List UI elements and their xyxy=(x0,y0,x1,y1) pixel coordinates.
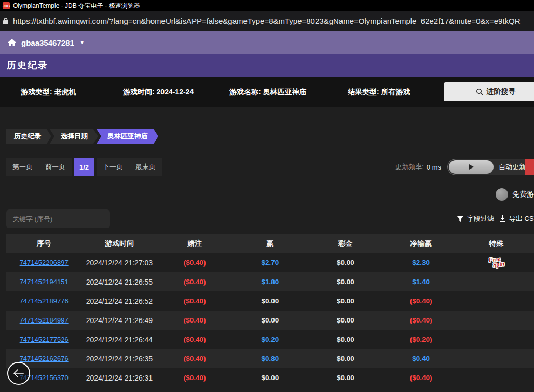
filter-game-name: 游戏名称: 奥林匹亚神庙 xyxy=(229,88,307,97)
search-input[interactable] xyxy=(6,209,110,228)
address-bar[interactable]: https://txthbf.awimqwri.com/?lang=cn&hom… xyxy=(0,11,534,31)
back-arrow-icon xyxy=(13,369,24,377)
round-id-link[interactable]: 7471452194151 xyxy=(20,278,69,286)
breadcrumb-game-name[interactable]: 奥林匹亚神庙 xyxy=(97,129,158,144)
back-button[interactable] xyxy=(7,362,30,385)
filter-label: 游戏名称: xyxy=(229,88,261,96)
search-row: 字段过滤 导出 CSV xyxy=(6,209,534,228)
export-csv-label: 导出 CSV xyxy=(509,214,534,223)
free-spin-badge: FreeSpin xyxy=(488,256,504,269)
advanced-search-button[interactable]: 进阶搜寻 xyxy=(444,82,534,101)
net-cell: ($0.40) xyxy=(383,374,458,382)
serial-cell: 7471452177526 xyxy=(6,335,81,343)
filter-game-type: 游戏类型: 老虎机 xyxy=(21,88,76,97)
refresh-rate-value: 0 ms xyxy=(427,163,441,171)
game-time-cell: 2024/12/24 21:26:55 xyxy=(81,278,157,286)
header-jackpot: 彩金 xyxy=(308,239,383,248)
bet-cell: ($0.40) xyxy=(157,297,232,305)
free-game-row: 免费游 xyxy=(0,188,534,201)
special-cell: FreeSpin xyxy=(459,257,534,268)
window-title: OlympianTemple - JDB 夺宝电子 - 极速浏览器 xyxy=(13,2,140,10)
jackpot-cell: $0.00 xyxy=(308,355,383,362)
maximize-button[interactable] xyxy=(522,0,534,11)
auto-update-toggle[interactable]: 自动更新 xyxy=(447,159,534,175)
header-game-time: 游戏时间 xyxy=(81,239,157,248)
minimize-button[interactable]: — xyxy=(504,0,522,11)
header-bet: 赌注 xyxy=(157,239,232,248)
username-dropdown[interactable]: gbaa35467281 xyxy=(21,38,74,47)
page-title-bar: 历史纪录 xyxy=(0,54,534,77)
table-row: 7471452194151 2024/12/24 21:26:55 ($0.40… xyxy=(6,272,534,291)
toggle-red-segment xyxy=(525,159,534,175)
filter-value: 奥林匹亚神庙 xyxy=(263,88,307,96)
round-id-link[interactable]: 7471452162676 xyxy=(20,355,69,362)
lock-icon xyxy=(3,17,9,25)
field-filter-button[interactable]: 字段过滤 xyxy=(457,209,494,228)
net-cell: $2.30 xyxy=(383,259,458,267)
breadcrumb: 历史纪录 选择日期 奥林匹亚神庙 xyxy=(6,129,534,144)
field-filter-label: 字段过滤 xyxy=(467,214,494,223)
refresh-rate-label: 更新频率: xyxy=(395,162,424,172)
serial-cell: 7471452206897 xyxy=(6,259,81,267)
export-csv-button[interactable]: 导出 CSV xyxy=(499,209,534,228)
first-page-button[interactable]: 第一页 xyxy=(6,158,39,176)
header-net: 净输赢 xyxy=(383,239,458,248)
toggle-knob[interactable] xyxy=(449,160,494,174)
bet-cell: ($0.40) xyxy=(157,278,232,286)
game-time-cell: 2024/12/24 21:26:31 xyxy=(81,374,157,382)
advanced-search-label: 进阶搜寻 xyxy=(487,87,516,96)
win-cell: $1.80 xyxy=(232,278,308,286)
jackpot-cell: $0.00 xyxy=(308,297,383,305)
net-cell: ($0.40) xyxy=(383,316,458,324)
round-id-link[interactable]: 7471452177526 xyxy=(20,335,69,343)
filter-game-time: 游戏时间: 2024-12-24 xyxy=(123,88,194,97)
play-icon xyxy=(469,164,474,170)
round-id-link[interactable]: 7471452206897 xyxy=(20,259,69,267)
round-id-link[interactable]: 7471452189776 xyxy=(20,297,69,305)
filter-bar: 游戏类型: 老虎机 游戏时间: 2024-12-24 游戏名称: 奥林匹亚神庙 … xyxy=(0,77,534,107)
header-serial: 序号 xyxy=(6,239,81,248)
net-cell: $1.40 xyxy=(383,278,458,286)
history-table-header: 序号 游戏时间 赌注 赢 彩金 净输赢 特殊 xyxy=(6,234,534,253)
bet-cell: ($0.40) xyxy=(157,374,232,382)
free-game-label: 免费游 xyxy=(512,190,534,199)
bet-cell: ($0.40) xyxy=(157,259,232,267)
user-bar: gbaa35467281 ▼ xyxy=(0,31,534,54)
net-cell: ($0.20) xyxy=(383,335,458,343)
url-text[interactable]: https://txthbf.awimqwri.com/?lang=cn&hom… xyxy=(13,17,521,25)
home-icon[interactable] xyxy=(7,38,17,47)
game-time-cell: 2024/12/24 21:27:03 xyxy=(81,259,157,267)
win-cell: $0.80 xyxy=(232,355,308,362)
table-row: 7471452177526 2024/12/24 21:26:44 ($0.40… xyxy=(6,330,534,349)
free-game-toggle[interactable] xyxy=(496,188,508,201)
net-cell: ($0.40) xyxy=(383,297,458,305)
jackpot-cell: $0.00 xyxy=(308,374,383,382)
bet-cell: ($0.40) xyxy=(157,355,232,362)
jdb-favicon-icon: JDB xyxy=(3,2,10,9)
serial-cell: 7471452162676 xyxy=(6,355,81,362)
win-cell: $2.70 xyxy=(232,259,308,267)
jackpot-cell: $0.00 xyxy=(308,259,383,267)
round-id-link[interactable]: 7471452184997 xyxy=(20,316,69,324)
last-page-button[interactable]: 最末页 xyxy=(129,158,162,176)
prev-page-button[interactable]: 前一页 xyxy=(39,158,72,176)
win-cell: $0.00 xyxy=(232,297,308,305)
funnel-icon xyxy=(457,216,464,222)
jackpot-cell: $0.00 xyxy=(308,278,383,286)
game-time-cell: 2024/12/24 21:26:52 xyxy=(81,297,157,305)
current-page-indicator[interactable]: 1/2 xyxy=(74,158,94,176)
header-win: 赢 xyxy=(232,239,308,248)
chevron-down-icon[interactable]: ▼ xyxy=(80,40,85,45)
next-page-button[interactable]: 下一页 xyxy=(97,158,129,176)
header-special: 特殊 xyxy=(459,239,534,248)
table-row: 7471452156370 2024/12/24 21:26:31 ($0.40… xyxy=(6,368,534,387)
win-cell: $0.20 xyxy=(232,335,308,343)
filter-label: 结果类型: xyxy=(348,88,379,96)
breadcrumb-select-date[interactable]: 选择日期 xyxy=(50,129,98,144)
serial-cell: 7471452194151 xyxy=(6,278,81,286)
breadcrumb-history[interactable]: 历史纪录 xyxy=(6,129,51,144)
filter-value: 2024-12-24 xyxy=(157,88,194,96)
filter-label: 游戏类型: xyxy=(21,88,52,96)
window-controls: — xyxy=(504,0,534,11)
game-time-cell: 2024/12/24 21:26:49 xyxy=(81,316,157,325)
